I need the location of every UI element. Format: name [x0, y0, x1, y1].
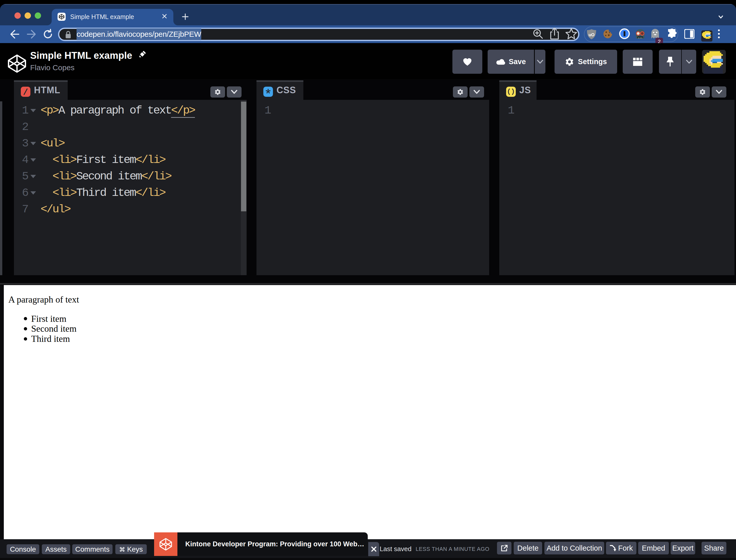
- svg-text:uO: uO: [588, 32, 595, 37]
